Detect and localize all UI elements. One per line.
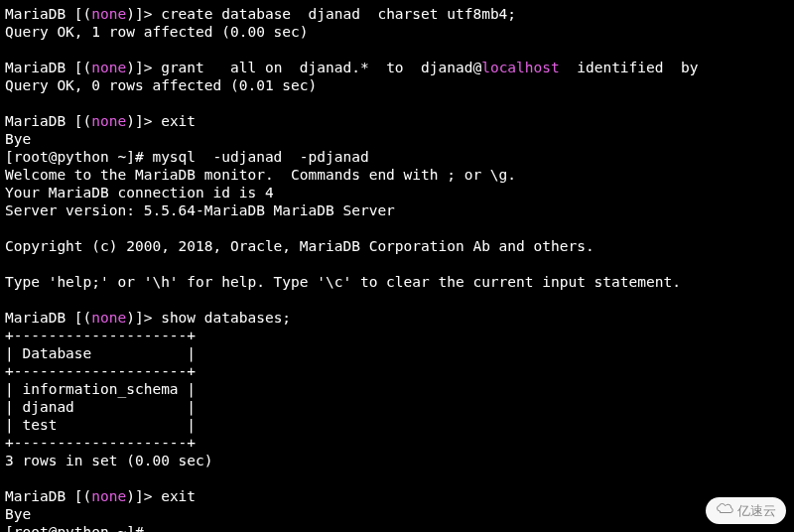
- table-border: +--------------------+: [5, 363, 196, 379]
- sql-command: create database djanad charset utf8mb4;: [161, 6, 516, 22]
- mariadb-prompt: MariaDB [(none)]>: [5, 113, 161, 129]
- table-row: | test |: [5, 417, 196, 433]
- watermark-text: 亿速云: [737, 502, 776, 520]
- table-footer: 3 rows in set (0.00 sec): [5, 453, 213, 468]
- bye-message: Bye: [5, 506, 31, 522]
- sql-command: show databases;: [161, 310, 291, 326]
- table-border: +--------------------+: [5, 328, 196, 343]
- mariadb-prompt: MariaDB [(none)]>: [5, 60, 161, 75]
- watermark-badge: 亿速云: [706, 497, 786, 524]
- shell-prompt: [root@python ~]#: [5, 149, 152, 165]
- shell-command: mysql -udjanad -pdjanad: [152, 149, 368, 165]
- query-response: Query OK, 0 rows affected (0.01 sec): [5, 77, 317, 93]
- welcome-line: Server version: 5.5.64-MariaDB MariaDB S…: [5, 202, 395, 218]
- mariadb-prompt: MariaDB [(none)]>: [5, 488, 161, 504]
- mariadb-prompt: MariaDB [(none)]>: [5, 6, 161, 22]
- mariadb-prompt: MariaDB [(none)]>: [5, 310, 161, 326]
- sql-command: grant all on djanad.* to djanad@localhos…: [161, 60, 698, 75]
- terminal-output[interactable]: MariaDB [(none)]> create database djanad…: [0, 0, 794, 532]
- cloud-icon: [716, 501, 733, 520]
- table-row: | djanad |: [5, 399, 196, 415]
- help-line: Type 'help;' or '\h' for help. Type '\c'…: [5, 274, 681, 290]
- table-row: | information_schema |: [5, 381, 196, 397]
- copyright-line: Copyright (c) 2000, 2018, Oracle, MariaD…: [5, 238, 595, 254]
- query-response: Query OK, 1 row affected (0.00 sec): [5, 24, 309, 40]
- table-border: +--------------------+: [5, 435, 196, 451]
- bye-message: Bye: [5, 131, 31, 147]
- table-header: | Database |: [5, 345, 196, 361]
- exit-command: exit: [161, 488, 196, 504]
- exit-command: exit: [161, 113, 196, 129]
- welcome-line: Welcome to the MariaDB monitor. Commands…: [5, 167, 516, 183]
- welcome-line: Your MariaDB connection id is 4: [5, 185, 274, 200]
- shell-prompt: [root@python ~]#: [5, 524, 144, 532]
